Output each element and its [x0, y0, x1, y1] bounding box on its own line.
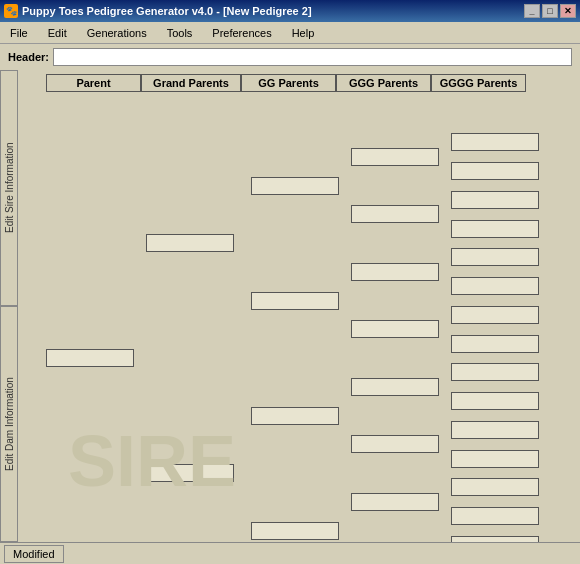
ped-input-l4-11[interactable] — [451, 450, 539, 468]
menu-item-edit[interactable]: Edit — [42, 25, 73, 41]
ped-input-l4-7[interactable] — [451, 335, 539, 353]
menu-item-file[interactable]: File — [4, 25, 34, 41]
ped-input-l4-10[interactable] — [451, 421, 539, 439]
ped-input-l2-1[interactable] — [251, 292, 339, 310]
title-bar: 🐾 Puppy Toes Pedigree Generator v4.0 - [… — [0, 0, 580, 22]
column-headers: ParentGrand ParentsGG ParentsGGG Parents… — [18, 70, 580, 98]
close-button[interactable]: ✕ — [560, 4, 576, 18]
main-area: Edit Sire InformationEdit Dam Informatio… — [0, 70, 580, 542]
col-header-3: GGG Parents — [336, 74, 431, 92]
ped-input-l2-0[interactable] — [251, 177, 339, 195]
ped-input-l0-0[interactable] — [46, 349, 134, 367]
ped-input-l3-1[interactable] — [351, 205, 439, 223]
app-icon: 🐾 — [4, 4, 18, 18]
col-header-4: GGGG Parents — [431, 74, 526, 92]
ped-input-l1-1[interactable] — [146, 464, 234, 482]
ped-input-l4-9[interactable] — [451, 392, 539, 410]
maximize-button[interactable]: □ — [542, 4, 558, 18]
col-header-0: Parent — [46, 74, 141, 92]
ped-input-l4-1[interactable] — [451, 162, 539, 180]
ped-input-l4-14[interactable] — [451, 536, 539, 542]
pedigree-grid — [18, 98, 580, 100]
col-header-1: Grand Parents — [141, 74, 241, 92]
ped-input-l4-2[interactable] — [451, 191, 539, 209]
ped-input-l3-2[interactable] — [351, 263, 439, 281]
ped-input-l4-5[interactable] — [451, 277, 539, 295]
ped-input-l4-4[interactable] — [451, 248, 539, 266]
window-title: Puppy Toes Pedigree Generator v4.0 - [Ne… — [22, 5, 312, 17]
ped-input-l4-8[interactable] — [451, 363, 539, 381]
ped-input-l4-6[interactable] — [451, 306, 539, 324]
ped-input-l2-2[interactable] — [251, 407, 339, 425]
ped-input-l2-3[interactable] — [251, 522, 339, 540]
header-input[interactable] — [53, 48, 572, 66]
menu-bar: FileEditGenerationsToolsPreferencesHelp — [0, 22, 580, 44]
pedigree-area: ParentGrand ParentsGG ParentsGGG Parents… — [18, 70, 580, 542]
sire-watermark: SIRE — [68, 420, 236, 502]
menu-item-tools[interactable]: Tools — [161, 25, 199, 41]
pedigree-lines — [18, 98, 580, 100]
minimize-button[interactable]: _ — [524, 4, 540, 18]
ped-input-l3-0[interactable] — [351, 148, 439, 166]
menu-item-preferences[interactable]: Preferences — [206, 25, 277, 41]
ped-input-l3-6[interactable] — [351, 493, 439, 511]
status-modified: Modified — [4, 545, 64, 563]
ped-input-l3-5[interactable] — [351, 435, 439, 453]
ped-input-l3-3[interactable] — [351, 320, 439, 338]
title-bar-left: 🐾 Puppy Toes Pedigree Generator v4.0 - [… — [4, 4, 312, 18]
ped-input-l1-0[interactable] — [146, 234, 234, 252]
ped-input-l4-0[interactable] — [451, 133, 539, 151]
left-tabs: Edit Sire InformationEdit Dam Informatio… — [0, 70, 18, 542]
status-bar: Modified — [0, 542, 580, 564]
menu-item-generations[interactable]: Generations — [81, 25, 153, 41]
window-controls: _ □ ✕ — [524, 4, 576, 18]
ped-input-l4-12[interactable] — [451, 478, 539, 496]
side-tab-1[interactable]: Edit Dam Information — [0, 306, 18, 542]
ped-input-l4-3[interactable] — [451, 220, 539, 238]
header-label: Header: — [8, 51, 49, 63]
ped-input-l3-4[interactable] — [351, 378, 439, 396]
header-row: Header: — [0, 44, 580, 70]
col-header-2: GG Parents — [241, 74, 336, 92]
ped-input-l4-13[interactable] — [451, 507, 539, 525]
side-tab-0[interactable]: Edit Sire Information — [0, 70, 18, 306]
menu-item-help[interactable]: Help — [286, 25, 321, 41]
